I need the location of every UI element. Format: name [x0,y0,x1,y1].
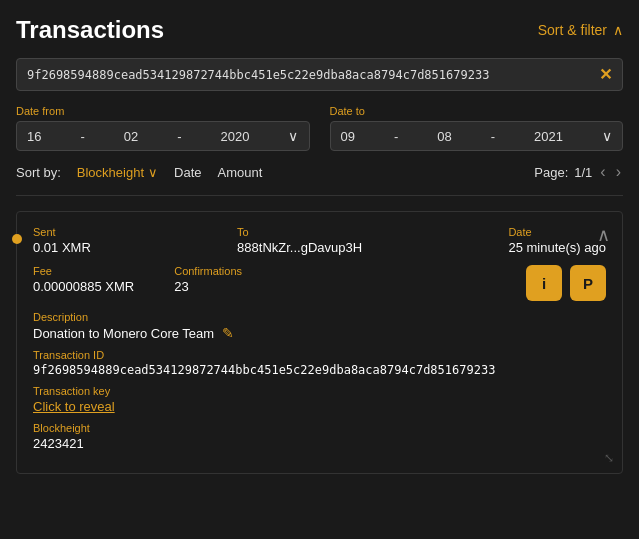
resize-icon: ⤡ [604,451,614,465]
tx-description-section: Description Donation to Monero Core Team… [33,311,606,341]
date-from-month: 02 [124,129,138,144]
search-input[interactable] [27,68,599,82]
tx-description-value: Donation to Monero Core Team [33,326,214,341]
page-info: Page: 1/1 ‹ › [534,163,623,181]
tx-sent-label: Sent [33,226,91,238]
tx-confirmations-value: 23 [174,279,242,294]
tx-sent-value: 0.01 XMR [33,240,91,255]
tx-date-col: Date 25 minute(s) ago [508,226,606,255]
collapse-button[interactable]: ∧ [597,224,610,246]
sort-blockheight-label: Blockheight [77,165,144,180]
sort-row: Sort by: Blockheight ∨ Date Amount Page:… [16,163,623,181]
tx-to-col: To 888tNkZr...gDavup3H [237,226,362,255]
tx-fee-col: Fee 0.00000885 XMR [33,265,134,294]
sort-amount-label: Amount [217,165,262,180]
date-to-day: 09 [341,129,355,144]
date-from-year: 2020 [221,129,250,144]
tx-mid-row: Fee 0.00000885 XMR Confirmations 23 i P [33,265,606,301]
date-from-label: Date from [16,105,310,117]
page-title: Transactions [16,16,164,44]
date-from-day: 16 [27,129,41,144]
date-to-group: Date to 09 - 08 - 2021 ∨ [330,105,624,151]
page-prev-icon[interactable]: ‹ [598,163,607,181]
tx-description-row: Donation to Monero Core Team ✎ [33,325,606,341]
date-to-sep1: - [394,129,398,144]
date-from-group: Date from 16 - 02 - 2020 ∨ [16,105,310,151]
page-value: 1/1 [574,165,592,180]
date-from-sep2: - [177,129,181,144]
page-next-icon[interactable]: › [614,163,623,181]
date-from-input[interactable]: 16 - 02 - 2020 ∨ [16,121,310,151]
search-bar: ✕ [16,58,623,91]
date-to-chevron: ∨ [602,128,612,144]
sort-filter-chevron: ∧ [613,22,623,38]
tx-to-label: To [237,226,362,238]
tx-fee-label: Fee [33,265,134,277]
tx-blockheight-value: 2423421 [33,436,606,451]
date-filters: Date from 16 - 02 - 2020 ∨ Date to 09 - … [16,105,623,151]
sort-filter-label: Sort & filter [538,22,607,38]
page-label: Page: [534,165,568,180]
date-to-input[interactable]: 09 - 08 - 2021 ∨ [330,121,624,151]
date-from-sep1: - [80,129,84,144]
tx-id-value: 9f2698594889cead534129872744bbc451e5c22e… [33,363,606,377]
tx-description-label: Description [33,311,606,323]
sort-by-label: Sort by: [16,165,61,180]
tx-key-reveal[interactable]: Click to reveal [33,399,115,414]
tx-confirmations-col: Confirmations 23 [174,265,242,294]
tx-id-label: Transaction ID [33,349,606,361]
tx-buttons: i P [526,265,606,301]
tx-key-label: Transaction key [33,385,606,397]
tx-fee-value: 0.00000885 XMR [33,279,134,294]
tx-blockheight-section: Blockheight 2423421 [33,422,606,451]
clear-icon[interactable]: ✕ [599,65,612,84]
tx-id-section: Transaction ID 9f2698594889cead534129872… [33,349,606,377]
transaction-card: ∧ Sent 0.01 XMR To 888tNkZr...gDavup3H D… [16,211,623,474]
edit-description-icon[interactable]: ✎ [222,325,234,341]
sort-date-label: Date [174,165,201,180]
divider [16,195,623,196]
proof-button[interactable]: P [570,265,606,301]
tx-date-value: 25 minute(s) ago [508,240,606,255]
tx-to-value: 888tNkZr...gDavup3H [237,240,362,255]
sort-date[interactable]: Date [174,165,201,180]
date-to-year: 2021 [534,129,563,144]
date-to-sep2: - [491,129,495,144]
tx-blockheight-label: Blockheight [33,422,606,434]
info-button[interactable]: i [526,265,562,301]
tx-date-label: Date [508,226,606,238]
tx-top-row: Sent 0.01 XMR To 888tNkZr...gDavup3H Dat… [33,226,606,255]
sort-amount[interactable]: Amount [217,165,262,180]
tx-sent-col: Sent 0.01 XMR [33,226,91,255]
tx-confirmations-label: Confirmations [174,265,242,277]
sort-blockheight[interactable]: Blockheight ∨ [77,165,158,180]
tx-key-section: Transaction key Click to reveal [33,385,606,414]
date-to-label: Date to [330,105,624,117]
sort-filter-button[interactable]: Sort & filter ∧ [538,22,623,38]
date-to-month: 08 [437,129,451,144]
sort-blockheight-chevron: ∨ [148,165,158,180]
status-dot [12,234,22,244]
date-from-chevron: ∨ [288,128,298,144]
